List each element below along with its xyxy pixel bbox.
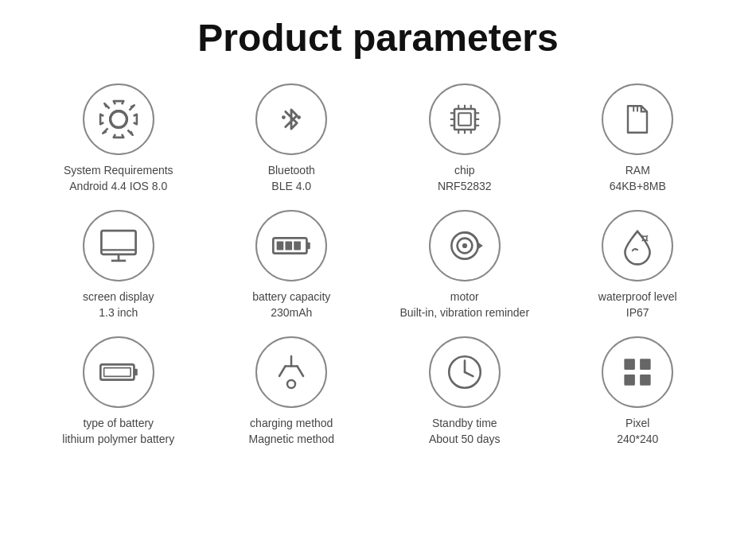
svg-point-1 <box>282 115 286 119</box>
svg-line-34 <box>646 235 648 237</box>
svg-rect-4 <box>458 113 471 126</box>
parameter-label-standby: Standby timeAbout 50 days <box>429 416 501 447</box>
parameter-label-pixel: Pixel240*240 <box>617 416 658 447</box>
page-title: Product parameters <box>197 16 559 60</box>
parameter-item-chip: chipNRF52832 <box>382 83 548 194</box>
svg-rect-39 <box>103 368 130 377</box>
parameters-grid: System RequirementsAndroid 4.4 IOS 8.0 B… <box>36 83 720 448</box>
parameter-item-waterproof: waterproof levelIP67 <box>555 210 721 320</box>
battery-icon <box>255 210 327 281</box>
svg-rect-26 <box>286 242 293 250</box>
parameter-label-battery_type: type of batterylithium polymer battery <box>62 416 174 447</box>
parameter-label-system: System RequirementsAndroid 4.4 IOS 8.0 <box>64 163 173 194</box>
svg-rect-3 <box>454 109 475 130</box>
parameter-item-standby: Standby timeAbout 50 days <box>382 336 548 447</box>
svg-point-44 <box>287 380 295 388</box>
clock-icon <box>429 336 501 408</box>
svg-rect-25 <box>277 242 284 250</box>
parameter-item-ram: RAM64KB+8MB <box>555 83 721 194</box>
parameter-label-waterproof: waterproof levelIP67 <box>598 289 677 320</box>
parameter-item-system: System RequirementsAndroid 4.4 IOS 8.0 <box>36 83 201 194</box>
svg-line-47 <box>465 372 473 376</box>
svg-point-0 <box>110 111 127 128</box>
chip-icon <box>429 83 501 155</box>
pixel-icon <box>602 336 673 408</box>
svg-line-36 <box>642 239 644 241</box>
svg-line-42 <box>279 367 286 377</box>
svg-marker-30 <box>477 243 482 249</box>
parameter-label-charging: charging methodMagnetic method <box>249 416 334 447</box>
parameter-label-screen: screen display1.3 inch <box>83 289 154 320</box>
motor-icon <box>429 210 501 281</box>
parameter-label-bluetooth: BluetoothBLE 4.0 <box>268 163 315 194</box>
svg-rect-24 <box>307 243 310 250</box>
parameter-item-bluetooth: BluetoothBLE 4.0 <box>209 83 375 194</box>
gear-icon <box>83 83 154 155</box>
svg-line-43 <box>298 367 304 377</box>
svg-rect-27 <box>294 242 301 250</box>
svg-rect-51 <box>640 375 651 386</box>
svg-rect-48 <box>625 359 636 371</box>
svg-point-31 <box>462 243 467 248</box>
parameter-label-motor: motorBuilt-in, vibration reminder <box>399 289 529 320</box>
parameter-label-battery_capacity: battery capacity230mAh <box>252 289 330 320</box>
svg-rect-38 <box>134 369 137 376</box>
battery_outline-icon <box>83 336 154 408</box>
svg-rect-37 <box>100 365 134 380</box>
waterproof-icon <box>602 210 673 281</box>
parameter-item-pixel: Pixel240*240 <box>555 336 721 447</box>
sdcard-icon <box>602 83 673 155</box>
parameter-label-chip: chipNRF52832 <box>438 163 492 194</box>
parameter-item-screen: screen display1.3 inch <box>36 210 201 320</box>
parameter-label-ram: RAM64KB+8MB <box>610 163 666 194</box>
parameter-item-battery_capacity: battery capacity230mAh <box>209 210 375 320</box>
bluetooth-icon <box>255 83 327 155</box>
svg-point-2 <box>297 115 301 119</box>
svg-line-35 <box>646 239 648 241</box>
monitor-icon <box>83 210 154 281</box>
parameter-item-battery_type: type of batterylithium polymer battery <box>36 336 201 447</box>
parameter-item-motor: motorBuilt-in, vibration reminder <box>382 210 548 320</box>
svg-rect-49 <box>640 359 651 371</box>
parameter-item-charging: charging methodMagnetic method <box>209 336 375 447</box>
svg-rect-50 <box>625 375 636 386</box>
charging-icon <box>255 336 327 408</box>
